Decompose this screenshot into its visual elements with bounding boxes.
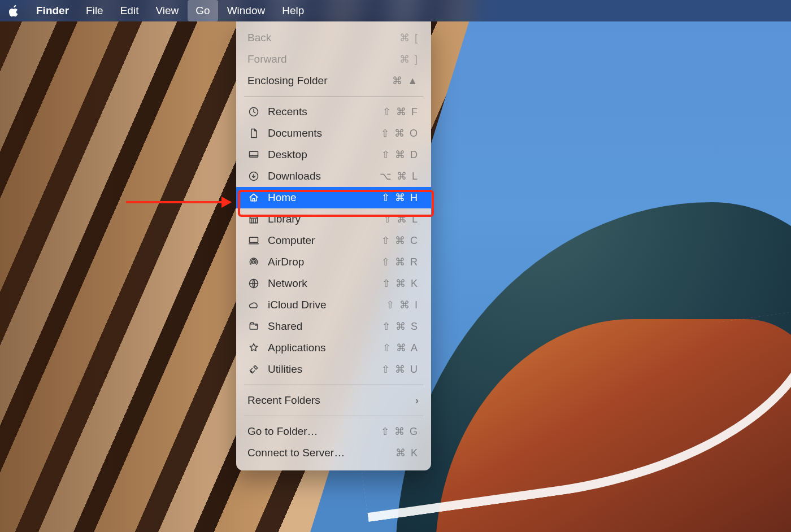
menu-item-label: Back: [247, 32, 371, 44]
menu-item-documents[interactable]: Documents⇧ ⌘ O: [236, 123, 431, 144]
menubar: Finder FileEditViewGoWindowHelp: [0, 0, 791, 21]
menu-item-shortcut: ⇧ ⌘ G: [379, 425, 419, 438]
svg-point-7: [255, 325, 257, 326]
menu-item-library[interactable]: Library⇧ ⌘ L: [236, 208, 431, 230]
menu-item-label: Connect to Server…: [247, 447, 371, 459]
cloud-icon: [247, 299, 260, 311]
menu-item-shortcut: ⇧ ⌘ R: [379, 256, 419, 268]
menu-item-shortcut: ⇧ ⌘ U: [379, 363, 419, 376]
apple-menu-icon[interactable]: [8, 5, 20, 17]
shared-icon: [247, 321, 260, 332]
menu-item-shortcut: ⇧ ⌘ I: [379, 299, 419, 311]
svg-rect-3: [250, 237, 258, 242]
menu-separator: [244, 416, 423, 416]
menu-item-label: Utilities: [268, 363, 371, 376]
menu-item-airdrop[interactable]: AirDrop⇧ ⌘ R: [236, 251, 431, 273]
menu-item-back: Back⌘ [: [236, 27, 431, 49]
menu-item-recentfolders[interactable]: Recent Folders›: [236, 390, 431, 411]
menu-item-shared[interactable]: Shared⇧ ⌘ S: [236, 316, 431, 337]
menu-item-label: Enclosing Folder: [247, 75, 371, 87]
menubar-item-file[interactable]: File: [78, 0, 111, 21]
menu-item-shortcut: ⇧ ⌘ O: [379, 127, 419, 139]
menu-item-label: Shared: [268, 320, 371, 333]
menu-item-label: Downloads: [268, 170, 371, 182]
menu-item-label: iCloud Drive: [268, 299, 371, 311]
document-icon: [247, 128, 260, 139]
menu-item-shortcut: ⌘ [: [379, 32, 419, 44]
menu-item-label: Home: [268, 191, 371, 204]
menu-separator: [244, 385, 423, 385]
go-menu-dropdown: Back⌘ [Forward⌘ ]Enclosing Folder⌘ ▲Rece…: [236, 21, 431, 470]
menu-item-label: Documents: [268, 127, 371, 139]
menu-item-shortcut: ⇧ ⌘ F: [379, 106, 419, 118]
menu-item-shortcut: ⇧ ⌘ C: [379, 234, 419, 247]
downloads-icon: [247, 171, 260, 182]
menu-item-shortcut: ⇧ ⌘ D: [379, 149, 419, 161]
airdrop-icon: [247, 256, 260, 268]
menu-item-desktop[interactable]: Desktop⇧ ⌘ D: [236, 144, 431, 165]
menu-item-forward: Forward⌘ ]: [236, 49, 431, 70]
menubar-item-edit[interactable]: Edit: [112, 0, 147, 21]
menu-item-gotofolder[interactable]: Go to Folder…⇧ ⌘ G: [236, 421, 431, 442]
menu-item-shortcut: ⇧ ⌘ S: [379, 320, 419, 333]
menu-item-label: Recent Folders: [247, 394, 407, 407]
menu-item-label: Library: [268, 213, 371, 225]
apps-icon: [247, 342, 260, 354]
menubar-item-go[interactable]: Go: [188, 0, 218, 21]
menu-item-enclosing[interactable]: Enclosing Folder⌘ ▲: [236, 70, 431, 91]
menu-item-label: Network: [268, 277, 371, 290]
chevron-right-icon: ›: [415, 394, 419, 407]
menu-item-shortcut: ⌘ ]: [379, 53, 419, 66]
menu-item-shortcut: ⇧ ⌘ K: [379, 277, 419, 290]
menu-item-network[interactable]: Network⇧ ⌘ K: [236, 273, 431, 294]
menubar-app-name[interactable]: Finder: [28, 0, 77, 21]
menu-item-utilities[interactable]: Utilities⇧ ⌘ U: [236, 359, 431, 380]
desktop-icon: [247, 149, 260, 160]
svg-point-8: [251, 371, 252, 372]
menu-item-label: AirDrop: [268, 256, 371, 268]
computer-icon: [247, 235, 260, 246]
menu-item-shortcut: ⇧ ⌘ L: [379, 213, 419, 225]
menu-item-connect[interactable]: Connect to Server…⌘ K: [236, 442, 431, 464]
menu-item-home[interactable]: Home⇧ ⌘ H: [236, 187, 431, 208]
svg-point-4: [253, 261, 255, 263]
menu-item-shortcut: ⇧ ⌘ H: [379, 191, 419, 204]
menubar-item-help[interactable]: Help: [274, 0, 312, 21]
menu-item-downloads[interactable]: Downloads⌥ ⌘ L: [236, 165, 431, 187]
menu-item-apps[interactable]: Applications⇧ ⌘ A: [236, 337, 431, 359]
network-icon: [247, 278, 260, 289]
clock-icon: [247, 106, 260, 117]
utilities-icon: [247, 364, 260, 375]
menu-item-label: Applications: [268, 342, 371, 354]
menu-separator: [244, 96, 423, 97]
menu-item-label: Desktop: [268, 149, 371, 161]
menubar-item-window[interactable]: Window: [219, 0, 273, 21]
menu-item-shortcut: ⌘ K: [379, 447, 419, 459]
home-icon: [247, 192, 260, 203]
menu-item-shortcut: ⇧ ⌘ A: [379, 342, 419, 354]
menu-item-recents[interactable]: Recents⇧ ⌘ F: [236, 101, 431, 123]
menu-item-label: Computer: [268, 234, 371, 247]
menu-item-computer[interactable]: Computer⇧ ⌘ C: [236, 230, 431, 251]
menu-item-label: Forward: [247, 53, 371, 66]
menubar-item-view[interactable]: View: [147, 0, 186, 21]
menu-item-icloud[interactable]: iCloud Drive⇧ ⌘ I: [236, 294, 431, 316]
menu-item-shortcut: ⌥ ⌘ L: [379, 170, 419, 182]
menu-item-label: Recents: [268, 106, 371, 118]
menu-item-label: Go to Folder…: [247, 425, 371, 438]
menu-item-shortcut: ⌘ ▲: [379, 75, 419, 87]
library-icon: [247, 213, 260, 225]
svg-rect-1: [250, 151, 258, 157]
